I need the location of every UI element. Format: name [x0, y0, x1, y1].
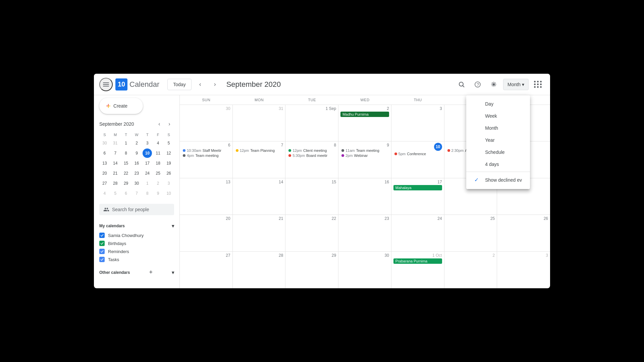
search-button[interactable] — [455, 78, 468, 91]
view-dropdown-button[interactable]: Month ▾ — [503, 79, 529, 90]
mini-day[interactable]: 28 — [111, 179, 120, 188]
search-people[interactable]: Search for people — [99, 204, 174, 215]
mini-day[interactable]: 18 — [153, 159, 163, 168]
cal-cell[interactable]: 24 — [391, 215, 444, 251]
other-calendars-title[interactable]: Other calendars + ▾ — [99, 267, 174, 277]
dropdown-year[interactable]: Year — [466, 134, 530, 146]
mini-day[interactable]: 29 — [121, 179, 131, 188]
dropdown-4days[interactable]: 4 days — [466, 158, 530, 170]
mini-day[interactable]: 2 — [132, 138, 141, 148]
mini-day[interactable]: 7 — [132, 189, 141, 198]
cal-cell[interactable]: 20 — [180, 215, 233, 251]
cal-cell[interactable]: 21 — [233, 215, 286, 251]
calendar-item-tasks[interactable]: Tasks — [99, 255, 174, 263]
cal-cell[interactable]: 28 — [233, 252, 286, 288]
mini-day[interactable]: 19 — [164, 159, 173, 168]
cal-cell[interactable]: 23 — [338, 215, 391, 251]
mini-day[interactable]: 5 — [111, 189, 120, 198]
cal-cell[interactable]: 2 Madhu Purnima — [338, 105, 391, 141]
mini-cal-next[interactable]: › — [165, 119, 174, 129]
mini-cal-prev[interactable]: ‹ — [155, 119, 164, 129]
event-team-planning[interactable]: 12pm Team Planning — [235, 148, 283, 153]
mini-day[interactable]: 8 — [121, 148, 131, 158]
event-team-meeting[interactable]: 4pm Team meeting — [182, 153, 230, 158]
cal-cell[interactable]: 1 Oct Prabarana Purnima — [391, 252, 444, 288]
mini-day[interactable]: 5 — [164, 138, 173, 148]
mini-day[interactable]: 27 — [100, 179, 109, 188]
mini-day[interactable]: 9 — [132, 148, 141, 158]
mini-day[interactable]: 30 — [100, 138, 109, 148]
event-mahalaya[interactable]: Mahalaya — [393, 185, 442, 190]
cal-cell[interactable]: 9 11am Team meeting 2pm Webinar — [338, 141, 391, 178]
cal-cell[interactable]: 7 12pm Team Planning — [233, 141, 286, 178]
cal-cell[interactable]: 13 — [180, 178, 233, 215]
add-other-cal-icon[interactable]: + — [149, 269, 153, 276]
cal-cell[interactable]: 31 — [233, 105, 286, 141]
event-staff-meeting[interactable]: 10:30am Staff Meetir — [182, 148, 230, 153]
menu-button[interactable] — [99, 78, 113, 91]
cal-cell[interactable]: 29 — [285, 252, 338, 288]
mini-day[interactable]: 8 — [143, 189, 152, 198]
cal-cell[interactable]: 6 10:30am Staff Meetir 4pm Team meeting — [180, 141, 233, 178]
cal-cell[interactable]: 3 — [497, 252, 550, 288]
logo[interactable]: 10 Calendar — [115, 78, 159, 90]
dropdown-month[interactable]: Month — [466, 122, 530, 134]
event-board-meeting[interactable]: 5:30pm Board meetir — [287, 153, 336, 158]
cal-cell[interactable]: 27 — [180, 252, 233, 288]
mini-day[interactable]: 17 — [143, 159, 152, 168]
mini-day[interactable]: 23 — [132, 169, 141, 178]
cal-cell[interactable]: 14 — [233, 178, 286, 215]
cal-cell[interactable]: 16 — [338, 178, 391, 215]
mini-day[interactable]: 6 — [100, 148, 109, 158]
today-button[interactable]: Today — [167, 79, 191, 90]
next-arrow[interactable]: › — [209, 78, 221, 90]
cal-cell[interactable]: 3 — [391, 105, 444, 141]
mini-day[interactable]: 13 — [100, 159, 109, 168]
my-calendars-title[interactable]: My calendars ▾ — [99, 222, 174, 230]
calendar-item-reminders[interactable]: Reminders — [99, 247, 174, 255]
dropdown-day[interactable]: Day — [466, 98, 530, 110]
mini-day[interactable]: 24 — [143, 169, 152, 178]
mini-day[interactable]: 26 — [164, 169, 173, 178]
mini-day[interactable]: 9 — [153, 189, 163, 198]
help-button[interactable]: ? — [471, 78, 484, 91]
mini-day[interactable]: 10 — [164, 189, 173, 198]
event-conference[interactable]: 5pm Conference — [393, 152, 442, 156]
cal-cell[interactable]: 15 — [285, 178, 338, 215]
calendar-item-samia[interactable]: Samia Chowdhury — [99, 231, 174, 239]
mini-day[interactable]: 25 — [153, 169, 163, 178]
create-button[interactable]: + Create — [99, 98, 143, 114]
cal-cell[interactable]: 30 — [338, 252, 391, 288]
cal-cell[interactable]: 1 Sep — [285, 105, 338, 141]
mini-day[interactable]: 14 — [111, 159, 120, 168]
prev-arrow[interactable]: ‹ — [194, 78, 206, 90]
mini-day[interactable]: 15 — [121, 159, 131, 168]
event-team-meeting2[interactable]: 11am Team meeting — [340, 148, 389, 153]
mini-day[interactable]: 1 — [143, 179, 152, 188]
mini-day[interactable]: 22 — [121, 169, 131, 178]
event-prabarana-purnima[interactable]: Prabarana Purnima — [393, 258, 442, 264]
dropdown-schedule[interactable]: Schedule — [466, 146, 530, 158]
cal-cell[interactable]: 22 — [285, 215, 338, 251]
event-client-meeting[interactable]: 12pm Client meeting — [287, 148, 336, 153]
cal-cell-today[interactable]: 10 5pm Conference — [391, 141, 444, 178]
mini-day[interactable]: 21 — [111, 169, 120, 178]
calendar-item-birthdays[interactable]: Birthdays — [99, 239, 174, 247]
mini-day[interactable]: 12 — [164, 148, 173, 158]
mini-day[interactable]: 2 — [153, 179, 163, 188]
cal-cell[interactable]: 2 — [444, 252, 497, 288]
mini-day[interactable]: 4 — [100, 189, 109, 198]
mini-day[interactable]: 1 — [121, 138, 131, 148]
cal-cell[interactable]: 17 Mahalaya — [391, 178, 444, 215]
event-madhu-purnima[interactable]: Madhu Purnima — [340, 112, 389, 117]
mini-day[interactable]: 16 — [132, 159, 141, 168]
mini-day-today[interactable]: 10 — [143, 148, 152, 158]
apps-button[interactable] — [531, 78, 545, 91]
mini-day[interactable]: 4 — [153, 138, 163, 148]
mini-day[interactable]: 3 — [143, 138, 152, 148]
cal-cell[interactable]: 8 12pm Client meeting 5:30pm Board meeti… — [285, 141, 338, 178]
cal-cell[interactable]: 30 — [180, 105, 233, 141]
cal-cell[interactable]: 25 — [444, 215, 497, 251]
event-webinar[interactable]: 2pm Webinar — [340, 153, 389, 158]
mini-day[interactable]: 31 — [111, 138, 120, 148]
